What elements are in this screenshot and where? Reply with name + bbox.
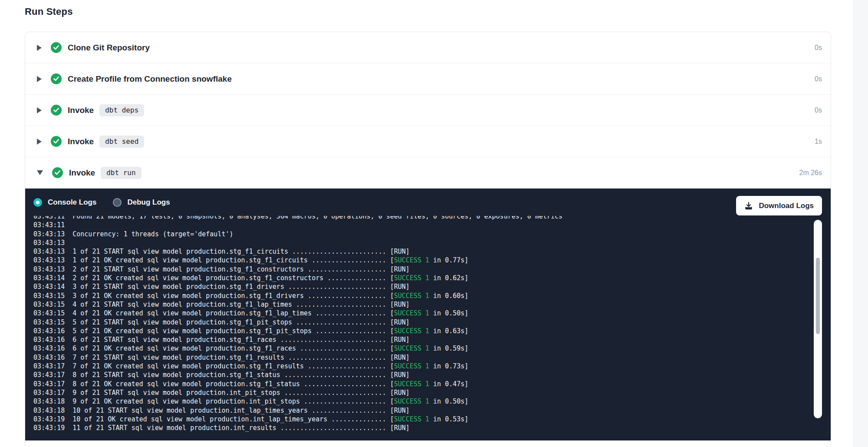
log-line: 03:43:165 of 21 OK created sql view mode… [33,327,810,335]
step-row-invoke-dbt-deps[interactable]: Invoke dbt deps 0s [25,95,831,126]
log-tabs: Console Logs Debug Logs [33,189,170,216]
log-line: 03:43:166 of 21 OK created sql view mode… [33,344,810,353]
log-line: 03:43:179 of 21 START sql view model pro… [33,388,810,397]
log-line: 03:43:177 of 21 OK created sql view mode… [33,362,810,371]
success-check-icon [51,42,62,53]
log-line: 03:43:189 of 21 OK created sql view mode… [33,397,810,406]
command-chip: dbt seed [99,136,144,148]
success-check-icon [51,73,62,84]
page-title: Run Steps [25,6,73,17]
step-duration: 2m 26s [799,169,822,177]
log-line: 03:43:153 of 21 OK created sql view mode… [33,291,810,300]
radio-selected-icon[interactable] [33,198,42,207]
step-duration: 1s [815,138,822,146]
log-line: 03:43:1911 of 21 START sql view model pr… [33,424,810,432]
step-duration: 0s [815,75,822,83]
tab-label: Debug Logs [127,198,170,207]
step-label: Invoke [69,168,95,178]
log-line: 03:43:178 of 21 START sql view model pro… [33,371,810,379]
right-gutter [853,0,868,447]
chevron-right-icon[interactable] [37,45,42,51]
log-scrollbar-track[interactable] [814,220,822,418]
log-line: 03:43:167 of 21 START sql view model pro… [33,353,810,362]
chevron-right-icon[interactable] [37,76,42,82]
tab-debug-logs[interactable]: Debug Logs [113,198,170,207]
success-check-icon [51,136,62,147]
step-label: Invoke [68,106,94,115]
log-line: 03:43:142 of 21 OK created sql view mode… [33,274,810,282]
chevron-down-icon[interactable] [37,170,43,175]
log-line: 03:43:131 of 21 START sql view model pro… [33,247,810,256]
log-line: 03:43:11Found 21 models, 17 tests, 0 sna… [33,216,810,221]
step-label: Clone Git Repository [68,43,150,53]
chevron-right-icon[interactable] [37,107,42,113]
log-line: 03:43:155 of 21 START sql view model pro… [33,318,810,327]
command-chip: dbt deps [99,104,144,116]
step-row-create-profile[interactable]: Create Profile from Connection snowflake… [25,63,831,95]
success-check-icon [51,105,62,116]
log-line: 03:43:154 of 21 START sql view model pro… [33,300,810,309]
chevron-right-icon[interactable] [37,139,42,145]
log-line: 03:43:11 [33,221,810,229]
command-chip: dbt run [101,167,141,179]
log-line: 03:43:143 of 21 START sql view model pro… [33,282,810,291]
step-duration: 0s [815,106,822,114]
log-line: 03:43:13 [33,238,810,247]
log-line: 03:43:154 of 21 OK created sql view mode… [33,309,810,318]
step-label: Invoke [68,137,94,146]
success-check-icon [52,167,63,178]
tab-console-logs[interactable]: Console Logs [33,198,96,207]
log-line: 03:43:13Concurrency: 1 threads (target='… [33,230,810,238]
log-line: 03:43:131 of 21 OK created sql view mode… [33,256,810,265]
step-row-invoke-dbt-seed[interactable]: Invoke dbt seed 1s [25,126,831,157]
step-duration: 0s [815,44,822,52]
log-line: 03:43:1910 of 21 OK created sql view mod… [33,415,810,424]
log-line: 03:43:132 of 21 START sql view model pro… [33,265,810,274]
console-log-panel: Console Logs Debug Logs Download Logs 03… [25,189,831,440]
download-icon [744,202,753,210]
log-line: 03:43:166 of 21 START sql view model pro… [33,335,810,344]
step-row-invoke-dbt-run[interactable]: Invoke dbt run 2m 26s [25,157,831,189]
log-line: 03:43:178 of 21 OK created sql view mode… [33,380,810,388]
download-logs-label: Download Logs [759,202,814,210]
tab-label: Console Logs [48,198,96,207]
console-log-lines: 03:43:11Found 21 models, 17 tests, 0 sna… [33,216,810,432]
log-line: 03:43:1810 of 21 START sql view model pr… [33,406,810,415]
console-log-viewport[interactable]: 03:43:11Found 21 models, 17 tests, 0 sna… [33,216,810,435]
download-logs-button[interactable]: Download Logs [736,196,822,215]
step-label: Create Profile from Connection snowflake [68,74,232,84]
step-row-clone-git-repository[interactable]: Clone Git Repository 0s [25,32,831,63]
log-scrollbar-thumb[interactable] [816,258,820,334]
radio-unselected-icon[interactable] [113,198,122,207]
run-steps-card: Clone Git Repository 0s Create Profile f… [25,32,831,447]
